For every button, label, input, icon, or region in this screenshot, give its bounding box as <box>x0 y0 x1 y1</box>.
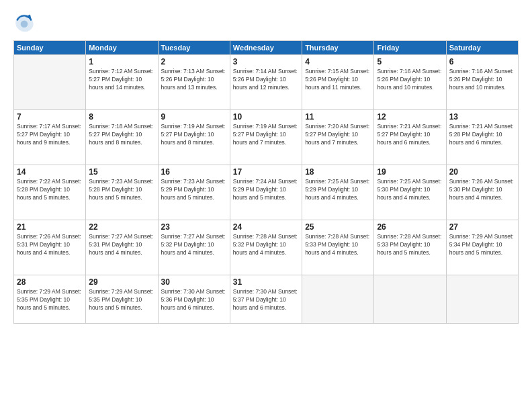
day-number: 24 <box>233 222 299 232</box>
logo <box>13 12 39 34</box>
day-info: Sunrise: 7:28 AM Sunset: 5:33 PM Dayligh… <box>305 233 371 257</box>
calendar-week-row: 1Sunrise: 7:12 AM Sunset: 5:27 PM Daylig… <box>14 55 519 110</box>
day-number: 21 <box>17 222 83 232</box>
day-number: 28 <box>17 277 83 287</box>
calendar-cell: 7Sunrise: 7:17 AM Sunset: 5:27 PM Daylig… <box>14 110 86 165</box>
day-info: Sunrise: 7:30 AM Sunset: 5:36 PM Dayligh… <box>161 288 227 312</box>
day-number: 12 <box>377 112 443 122</box>
day-number: 13 <box>449 112 515 122</box>
day-number: 25 <box>305 222 371 232</box>
calendar-cell: 17Sunrise: 7:24 AM Sunset: 5:29 PM Dayli… <box>230 165 302 220</box>
calendar-cell: 31Sunrise: 7:30 AM Sunset: 5:37 PM Dayli… <box>230 275 302 324</box>
calendar-cell: 30Sunrise: 7:30 AM Sunset: 5:36 PM Dayli… <box>158 275 230 324</box>
day-info: Sunrise: 7:21 AM Sunset: 5:27 PM Dayligh… <box>377 123 443 147</box>
calendar-cell: 1Sunrise: 7:12 AM Sunset: 5:27 PM Daylig… <box>86 55 158 110</box>
day-number: 2 <box>161 57 227 66</box>
day-number: 8 <box>89 112 154 122</box>
calendar-week-row: 21Sunrise: 7:26 AM Sunset: 5:31 PM Dayli… <box>14 220 519 275</box>
day-number: 17 <box>233 167 299 177</box>
weekday-header: Wednesday <box>230 41 302 55</box>
day-info: Sunrise: 7:16 AM Sunset: 5:26 PM Dayligh… <box>377 68 443 92</box>
day-info: Sunrise: 7:25 AM Sunset: 5:30 PM Dayligh… <box>377 178 443 202</box>
weekday-header: Sunday <box>14 41 86 55</box>
day-number: 18 <box>305 167 371 177</box>
header <box>13 12 519 34</box>
calendar-cell: 11Sunrise: 7:20 AM Sunset: 5:27 PM Dayli… <box>302 110 374 165</box>
day-number: 27 <box>449 222 515 232</box>
page: SundayMondayTuesdayWednesdayThursdayFrid… <box>0 0 532 411</box>
weekday-header: Friday <box>374 41 446 55</box>
day-info: Sunrise: 7:16 AM Sunset: 5:26 PM Dayligh… <box>449 68 515 92</box>
day-number: 31 <box>233 277 299 287</box>
svg-point-1 <box>21 20 28 28</box>
day-info: Sunrise: 7:20 AM Sunset: 5:27 PM Dayligh… <box>305 123 371 147</box>
day-info: Sunrise: 7:27 AM Sunset: 5:31 PM Dayligh… <box>89 233 154 257</box>
day-number: 7 <box>17 112 83 122</box>
day-info: Sunrise: 7:12 AM Sunset: 5:27 PM Dayligh… <box>89 68 154 92</box>
day-number: 19 <box>377 167 443 177</box>
day-number: 29 <box>89 277 154 287</box>
weekday-header: Monday <box>86 41 158 55</box>
calendar-cell: 4Sunrise: 7:15 AM Sunset: 5:26 PM Daylig… <box>302 55 374 110</box>
calendar-cell: 23Sunrise: 7:27 AM Sunset: 5:32 PM Dayli… <box>158 220 230 275</box>
day-info: Sunrise: 7:21 AM Sunset: 5:28 PM Dayligh… <box>449 123 515 147</box>
calendar-week-row: 7Sunrise: 7:17 AM Sunset: 5:27 PM Daylig… <box>14 110 519 165</box>
day-number: 26 <box>377 222 443 232</box>
day-info: Sunrise: 7:29 AM Sunset: 5:34 PM Dayligh… <box>449 233 515 257</box>
day-number: 15 <box>89 167 154 177</box>
day-info: Sunrise: 7:14 AM Sunset: 5:26 PM Dayligh… <box>233 68 299 92</box>
day-number: 1 <box>89 57 154 66</box>
calendar-cell <box>14 55 86 110</box>
day-number: 22 <box>89 222 154 232</box>
calendar-cell: 18Sunrise: 7:25 AM Sunset: 5:29 PM Dayli… <box>302 165 374 220</box>
day-info: Sunrise: 7:19 AM Sunset: 5:27 PM Dayligh… <box>161 123 227 147</box>
day-number: 23 <box>161 222 227 232</box>
calendar-cell: 6Sunrise: 7:16 AM Sunset: 5:26 PM Daylig… <box>446 55 518 110</box>
calendar-cell: 27Sunrise: 7:29 AM Sunset: 5:34 PM Dayli… <box>446 220 518 275</box>
day-info: Sunrise: 7:29 AM Sunset: 5:35 PM Dayligh… <box>89 288 154 312</box>
calendar-cell: 9Sunrise: 7:19 AM Sunset: 5:27 PM Daylig… <box>158 110 230 165</box>
calendar-cell: 26Sunrise: 7:28 AM Sunset: 5:33 PM Dayli… <box>374 220 446 275</box>
calendar-cell: 14Sunrise: 7:22 AM Sunset: 5:28 PM Dayli… <box>14 165 86 220</box>
day-number: 6 <box>449 57 515 66</box>
day-info: Sunrise: 7:18 AM Sunset: 5:27 PM Dayligh… <box>89 123 154 147</box>
day-number: 5 <box>377 57 443 66</box>
calendar-cell: 2Sunrise: 7:13 AM Sunset: 5:26 PM Daylig… <box>158 55 230 110</box>
calendar-cell: 28Sunrise: 7:29 AM Sunset: 5:35 PM Dayli… <box>14 275 86 324</box>
day-number: 3 <box>233 57 299 66</box>
calendar-cell: 25Sunrise: 7:28 AM Sunset: 5:33 PM Dayli… <box>302 220 374 275</box>
day-info: Sunrise: 7:26 AM Sunset: 5:30 PM Dayligh… <box>449 178 515 202</box>
day-info: Sunrise: 7:30 AM Sunset: 5:37 PM Dayligh… <box>233 288 299 312</box>
calendar-week-row: 28Sunrise: 7:29 AM Sunset: 5:35 PM Dayli… <box>14 275 519 324</box>
day-number: 4 <box>305 57 371 66</box>
day-info: Sunrise: 7:27 AM Sunset: 5:32 PM Dayligh… <box>161 233 227 257</box>
day-info: Sunrise: 7:15 AM Sunset: 5:26 PM Dayligh… <box>305 68 371 92</box>
calendar-header-row: SundayMondayTuesdayWednesdayThursdayFrid… <box>14 41 519 55</box>
day-info: Sunrise: 7:28 AM Sunset: 5:32 PM Dayligh… <box>233 233 299 257</box>
calendar-table: SundayMondayTuesdayWednesdayThursdayFrid… <box>13 40 519 324</box>
calendar-cell <box>302 275 374 324</box>
calendar-cell: 22Sunrise: 7:27 AM Sunset: 5:31 PM Dayli… <box>86 220 158 275</box>
logo-icon <box>13 12 35 34</box>
day-info: Sunrise: 7:28 AM Sunset: 5:33 PM Dayligh… <box>377 233 443 257</box>
calendar-week-row: 14Sunrise: 7:22 AM Sunset: 5:28 PM Dayli… <box>14 165 519 220</box>
calendar-cell: 20Sunrise: 7:26 AM Sunset: 5:30 PM Dayli… <box>446 165 518 220</box>
weekday-header: Thursday <box>302 41 374 55</box>
calendar-cell: 24Sunrise: 7:28 AM Sunset: 5:32 PM Dayli… <box>230 220 302 275</box>
calendar-cell: 16Sunrise: 7:23 AM Sunset: 5:29 PM Dayli… <box>158 165 230 220</box>
day-info: Sunrise: 7:19 AM Sunset: 5:27 PM Dayligh… <box>233 123 299 147</box>
calendar-cell: 15Sunrise: 7:23 AM Sunset: 5:28 PM Dayli… <box>86 165 158 220</box>
day-info: Sunrise: 7:25 AM Sunset: 5:29 PM Dayligh… <box>305 178 371 202</box>
day-number: 14 <box>17 167 83 177</box>
day-info: Sunrise: 7:23 AM Sunset: 5:29 PM Dayligh… <box>161 178 227 202</box>
calendar-cell: 3Sunrise: 7:14 AM Sunset: 5:26 PM Daylig… <box>230 55 302 110</box>
calendar-cell: 5Sunrise: 7:16 AM Sunset: 5:26 PM Daylig… <box>374 55 446 110</box>
day-number: 16 <box>161 167 227 177</box>
day-info: Sunrise: 7:22 AM Sunset: 5:28 PM Dayligh… <box>17 178 83 202</box>
calendar-cell: 29Sunrise: 7:29 AM Sunset: 5:35 PM Dayli… <box>86 275 158 324</box>
calendar-cell: 8Sunrise: 7:18 AM Sunset: 5:27 PM Daylig… <box>86 110 158 165</box>
day-number: 11 <box>305 112 371 122</box>
calendar-cell <box>446 275 518 324</box>
calendar-cell: 19Sunrise: 7:25 AM Sunset: 5:30 PM Dayli… <box>374 165 446 220</box>
calendar-cell: 21Sunrise: 7:26 AM Sunset: 5:31 PM Dayli… <box>14 220 86 275</box>
